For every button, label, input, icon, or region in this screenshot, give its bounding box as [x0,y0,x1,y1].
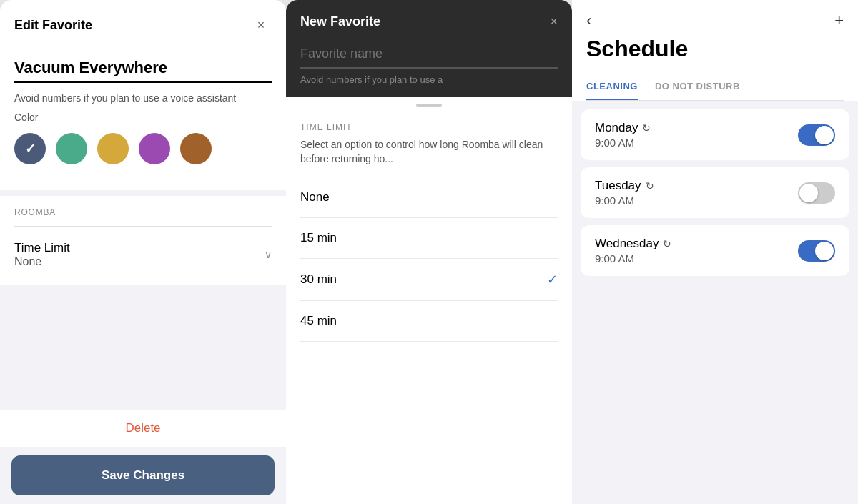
tuesday-time: 9:00 AM [595,194,654,207]
hint-text: Avoid numbers if you plan to use a voice… [14,92,272,106]
wednesday-info: Wednesday ↻ 9:00 AM [595,237,671,265]
color-swatch-purple[interactable] [139,133,170,164]
new-input-area [286,38,572,69]
time-limit-value: None [14,255,70,268]
add-button[interactable]: + [834,11,844,30]
color-swatch-yellow[interactable] [97,133,129,164]
back-button[interactable]: ‹ [586,11,591,30]
time-limit-label: Time Limit [14,241,70,255]
color-swatch-teal[interactable] [56,133,87,164]
time-limit-section: TIME LIMIT Select an option to control h… [286,114,572,350]
new-close-button[interactable]: × [550,14,558,29]
toggle-knob [815,126,834,144]
color-swatches [14,133,272,176]
time-limit-row[interactable]: Time Limit None ∨ [14,235,272,274]
schedule-list: Monday ↻ 9:00 AM Tuesday ↻ 9:00 AM [572,101,858,504]
check-icon: ✓ [547,272,558,287]
tuesday-info: Tuesday ↻ 9:00 AM [595,179,654,207]
roomba-section: ROOMBA Time Limit None ∨ [0,196,286,285]
tab-bar: CLEANING DO NOT DISTURB [586,74,844,101]
wednesday-name: Wednesday ↻ [595,237,671,251]
color-label: Color [14,112,272,123]
monday-name: Monday ↻ [595,121,651,135]
wednesday-toggle[interactable] [798,240,835,262]
monday-time: 9:00 AM [595,137,651,149]
time-limit-description: Select an option to control how long Roo… [300,138,558,166]
schedule-header: ‹ + Schedule CLEANING DO NOT DISTURB [572,0,858,101]
drag-handle [286,97,572,114]
tab-do-not-disturb[interactable]: DO NOT DISTURB [655,74,740,100]
color-swatch-slate-blue[interactable] [14,133,46,164]
schedule-item-tuesday: Tuesday ↻ 9:00 AM [581,167,849,218]
time-option-none[interactable]: None [300,177,558,218]
monday-info: Monday ↻ 9:00 AM [595,121,651,149]
schedule-item-monday: Monday ↻ 9:00 AM [581,109,849,160]
wednesday-time: 9:00 AM [595,252,671,265]
divider [14,226,272,227]
new-favorite-name-input[interactable] [300,46,558,69]
time-option-30min[interactable]: 30 min ✓ [300,259,558,301]
toggle-knob-tue [799,184,818,202]
repeat-icon: ↻ [642,122,651,134]
tuesday-name: Tuesday ↻ [595,179,654,193]
time-option-none-label: None [300,190,330,204]
time-option-15min-label: 15 min [300,231,337,245]
schedule-panel: ‹ + Schedule CLEANING DO NOT DISTURB Mon… [572,0,858,504]
delete-button[interactable]: Delete [0,410,286,447]
chevron-down-icon: ∨ [265,249,272,260]
new-title: New Favorite [300,14,380,29]
favorite-name-input[interactable] [14,59,272,83]
new-favorite-panel: New Favorite × Avoid numbers if you plan… [286,0,572,504]
toggle-knob-wed [815,242,834,260]
time-option-30min-label: 30 min [300,272,337,287]
edit-title: Edit Favorite [14,18,92,33]
save-changes-button[interactable]: Save Changes [11,455,275,495]
new-header: New Favorite × [286,0,572,38]
edit-close-button[interactable]: × [250,14,272,36]
time-option-45min[interactable]: 45 min [300,301,558,342]
time-option-45min-label: 45 min [300,314,337,328]
roomba-label: ROOMBA [14,207,272,217]
monday-toggle[interactable] [798,124,835,146]
edit-header: Edit Favorite × [0,0,286,44]
tab-cleaning[interactable]: CLEANING [586,74,638,100]
new-hint-text: Avoid numbers if you plan to use a [286,69,572,97]
schedule-title: Schedule [586,36,844,62]
drag-pill [416,104,442,107]
time-option-15min[interactable]: 15 min [300,218,558,259]
edit-favorite-panel: Edit Favorite × Avoid numbers if you pla… [0,0,286,504]
schedule-nav: ‹ + [586,11,844,36]
edit-content-area: Avoid numbers if you plan to use a voice… [0,44,286,190]
time-limit-section-label: TIME LIMIT [300,122,558,132]
tuesday-toggle[interactable] [798,182,835,204]
repeat-icon-tue: ↻ [646,180,654,192]
color-swatch-brown[interactable] [180,133,212,164]
repeat-icon-wed: ↻ [663,238,671,249]
schedule-item-wednesday: Wednesday ↻ 9:00 AM [581,225,849,276]
